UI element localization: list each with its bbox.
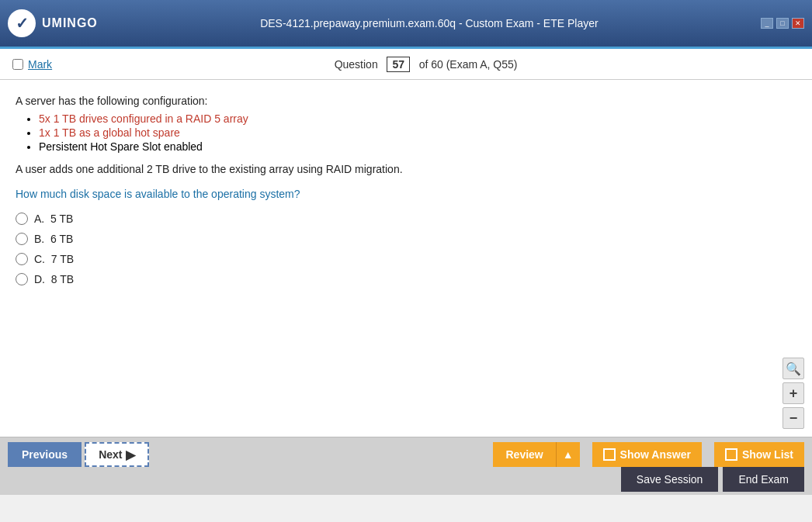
option-row-b: B. 6 TB xyxy=(16,233,796,245)
logo-text: UMINGO xyxy=(42,16,98,30)
show-answer-checkbox-icon xyxy=(603,448,616,461)
main-content: A server has the following configuration… xyxy=(0,80,812,437)
show-list-button[interactable]: Show List xyxy=(714,442,804,467)
close-button[interactable]: ✕ xyxy=(792,18,804,29)
nav-row: Previous Next ▶ Review ▲ Show Answer Sho… xyxy=(8,442,804,467)
show-list-checkbox-icon xyxy=(725,448,737,461)
option-label-a: A. 5 TB xyxy=(34,213,73,225)
save-session-button[interactable]: Save Session xyxy=(621,467,719,492)
session-row: Save Session End Exam xyxy=(8,467,804,492)
minimize-button[interactable]: _ xyxy=(761,18,773,29)
search-button[interactable]: 🔍 xyxy=(783,358,804,379)
window-title: DES-4121.prepaway.premium.exam.60q - Cus… xyxy=(98,17,761,29)
next-arrow-icon: ▶ xyxy=(126,448,135,462)
zoom-controls: 🔍 + − xyxy=(783,358,804,429)
previous-button[interactable]: Previous xyxy=(8,442,82,467)
bullet-item-1: 5x 1 TB drives configured in a RAID 5 ar… xyxy=(39,112,796,125)
title-bar: ✓ UMINGO DES-4121.prepaway.premium.exam.… xyxy=(0,0,812,47)
options-area: A. 5 TB B. 6 TB C. 7 TB D. 8 TB xyxy=(16,213,796,285)
bullet-item-3: Persistent Hot Spare Slot enabled xyxy=(39,140,796,153)
window-controls: _ □ ✕ xyxy=(761,18,804,29)
end-exam-button[interactable]: End Exam xyxy=(723,467,804,492)
mark-checkbox[interactable] xyxy=(12,59,23,70)
next-button[interactable]: Next ▶ xyxy=(85,442,148,467)
zoom-out-button[interactable]: − xyxy=(783,407,804,429)
option-row-d: D. 8 TB xyxy=(16,273,796,285)
question-intro: A server has the following configuration… xyxy=(16,92,796,109)
option-radio-d[interactable] xyxy=(16,273,28,285)
question-prompt: How much disk space is available to the … xyxy=(16,188,796,200)
question-label: Question xyxy=(335,58,378,71)
bullet-list: 5x 1 TB drives configured in a RAID 5 ar… xyxy=(39,112,796,153)
option-label-b: B. 6 TB xyxy=(34,233,73,245)
option-radio-b[interactable] xyxy=(16,233,28,245)
option-row-c: C. 7 TB xyxy=(16,253,796,265)
review-dropdown-button[interactable]: ▲ xyxy=(556,442,580,467)
mark-label[interactable]: Mark xyxy=(28,58,52,71)
bullet-item-2: 1x 1 TB as a global hot spare xyxy=(39,126,796,139)
mark-area[interactable]: Mark xyxy=(12,58,52,71)
review-group: Review ▲ xyxy=(493,442,579,467)
option-row-a: A. 5 TB xyxy=(16,213,796,225)
option-radio-a[interactable] xyxy=(16,213,28,225)
logo-area: ✓ UMINGO xyxy=(8,9,98,37)
question-number-box: 57 xyxy=(387,57,410,72)
review-button[interactable]: Review xyxy=(493,442,555,467)
bottom-bar: Previous Next ▶ Review ▲ Show Answer Sho… xyxy=(0,437,812,495)
show-answer-button[interactable]: Show Answer xyxy=(592,442,702,467)
option-radio-c[interactable] xyxy=(16,253,28,265)
question-body: A user adds one additional 2 TB drive to… xyxy=(16,161,796,178)
zoom-in-button[interactable]: + xyxy=(783,382,804,404)
option-label-c: C. 7 TB xyxy=(34,253,74,265)
question-of-label: of 60 (Exam A, Q55) xyxy=(419,58,518,71)
option-label-d: D. 8 TB xyxy=(34,273,74,285)
logo-checkmark: ✓ xyxy=(16,14,29,33)
maximize-button[interactable]: □ xyxy=(776,18,789,29)
question-number-area: Question 57 of 60 (Exam A, Q55) xyxy=(52,57,800,72)
question-header: Mark Question 57 of 60 (Exam A, Q55) xyxy=(0,49,812,80)
logo-circle: ✓ xyxy=(8,9,36,37)
